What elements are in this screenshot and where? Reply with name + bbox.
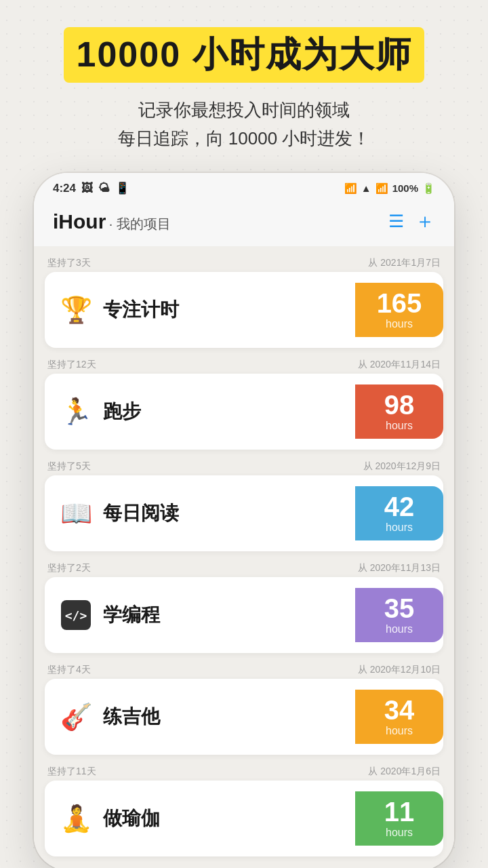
- project-since: 从 2020年11月14日: [358, 359, 441, 371]
- project-name: 每日阅读: [95, 500, 355, 526]
- project-meta: 坚持了4天从 2020年12月10日: [45, 660, 443, 679]
- project-group: 坚持了4天从 2020年12月10日 🎸 练吉他 34 hours: [45, 660, 443, 755]
- project-meta: 坚持了3天从 2021年1月7日: [45, 253, 443, 272]
- list-view-icon[interactable]: ☰: [388, 211, 404, 232]
- project-icon: 🏆: [57, 291, 95, 329]
- subtitle: 记录你最想投入时间的领域 每日追踪，向 10000 小时进发！: [118, 96, 371, 153]
- project-icon: 🏃: [57, 393, 95, 431]
- project-group: 坚持了11天从 2020年1月6日 🧘 做瑜伽 11 hours: [45, 762, 443, 856]
- hours-label: hours: [386, 420, 413, 432]
- project-name: 专注计时: [95, 297, 355, 323]
- project-hours: 42 hours: [355, 486, 443, 540]
- project-meta: 坚持了12天从 2020年11月14日: [45, 355, 443, 374]
- hours-number: 35: [384, 595, 415, 622]
- hours-label: hours: [386, 725, 413, 737]
- project-icon: 🧘: [57, 800, 95, 837]
- project-meta: 坚持了5天从 2020年12月9日: [45, 456, 443, 475]
- project-card[interactable]: 🧘 做瑜伽 11 hours: [45, 781, 443, 856]
- project-streak: 坚持了11天: [47, 766, 96, 778]
- header-icons: ☰ ＋: [388, 208, 435, 235]
- status-bar: 4:24 🖼 🌤 📱 📶 ▲ 📶 100% 🔋: [34, 173, 454, 201]
- hours-label: hours: [386, 521, 413, 534]
- project-hours: 35 hours: [355, 588, 443, 642]
- phone-frame: 4:24 🖼 🌤 📱 📶 ▲ 📶 100% 🔋 iHour · 我的项目 ☰ ＋: [34, 173, 454, 868]
- app-header: iHour · 我的项目 ☰ ＋: [34, 201, 454, 246]
- project-list: 坚持了3天从 2021年1月7日 🏆 专注计时 165 hours 坚持了12天…: [34, 246, 454, 868]
- hours-label: hours: [386, 827, 413, 839]
- project-streak: 坚持了4天: [47, 664, 91, 676]
- project-name: 做瑜伽: [95, 806, 355, 831]
- project-hours: 165 hours: [355, 283, 443, 337]
- project-name: 跑步: [95, 399, 355, 425]
- app-title: iHour · 我的项目: [53, 210, 171, 233]
- project-hours: 34 hours: [355, 690, 443, 744]
- project-card[interactable]: 🏃 跑步 98 hours: [45, 374, 443, 450]
- project-streak: 坚持了2天: [47, 562, 91, 574]
- project-group: 坚持了2天从 2020年11月13日 </> 学编程 35 hours: [45, 558, 443, 653]
- hours-label: hours: [386, 318, 413, 330]
- project-icon: </>: [57, 596, 95, 634]
- project-card[interactable]: </> 学编程 35 hours: [45, 577, 443, 653]
- project-since: 从 2020年11月13日: [358, 562, 441, 574]
- hours-number: 165: [377, 290, 422, 317]
- project-name: 学编程: [95, 602, 355, 628]
- add-project-icon[interactable]: ＋: [415, 208, 435, 235]
- project-card[interactable]: 🏆 专注计时 165 hours: [45, 272, 443, 348]
- project-icon: 📖: [57, 494, 95, 532]
- status-right: 📶 ▲ 📶 100% 🔋: [344, 182, 435, 195]
- project-since: 从 2020年1月6日: [368, 766, 441, 778]
- hours-number: 11: [384, 798, 415, 825]
- hours-label: hours: [386, 623, 413, 635]
- project-streak: 坚持了12天: [47, 359, 96, 371]
- project-card[interactable]: 🎸 练吉他 34 hours: [45, 679, 443, 755]
- headline: 10000 小时成为大师: [64, 27, 424, 83]
- project-streak: 坚持了3天: [47, 257, 91, 269]
- project-meta: 坚持了11天从 2020年1月6日: [45, 762, 443, 781]
- project-hours: 98 hours: [355, 384, 443, 439]
- hours-number: 34: [384, 696, 415, 724]
- project-hours: 11 hours: [355, 791, 443, 846]
- project-group: 坚持了3天从 2021年1月7日 🏆 专注计时 165 hours: [45, 253, 443, 348]
- project-since: 从 2021年1月7日: [368, 257, 441, 269]
- project-since: 从 2020年12月10日: [358, 664, 441, 676]
- hours-number: 98: [384, 391, 415, 418]
- project-card[interactable]: 📖 每日阅读 42 hours: [45, 475, 443, 551]
- project-since: 从 2020年12月9日: [363, 460, 441, 473]
- project-meta: 坚持了2天从 2020年11月13日: [45, 558, 443, 577]
- project-name: 练吉他: [95, 704, 355, 730]
- page-wrapper: 10000 小时成为大师 记录你最想投入时间的领域 每日追踪，向 10000 小…: [0, 0, 488, 868]
- project-streak: 坚持了5天: [47, 460, 91, 473]
- project-group: 坚持了12天从 2020年11月14日 🏃 跑步 98 hours: [45, 355, 443, 450]
- project-icon: 🎸: [57, 698, 95, 736]
- status-time: 4:24 🖼 🌤 📱: [53, 181, 129, 195]
- project-group: 坚持了5天从 2020年12月9日 📖 每日阅读 42 hours: [45, 456, 443, 551]
- hours-number: 42: [384, 493, 415, 520]
